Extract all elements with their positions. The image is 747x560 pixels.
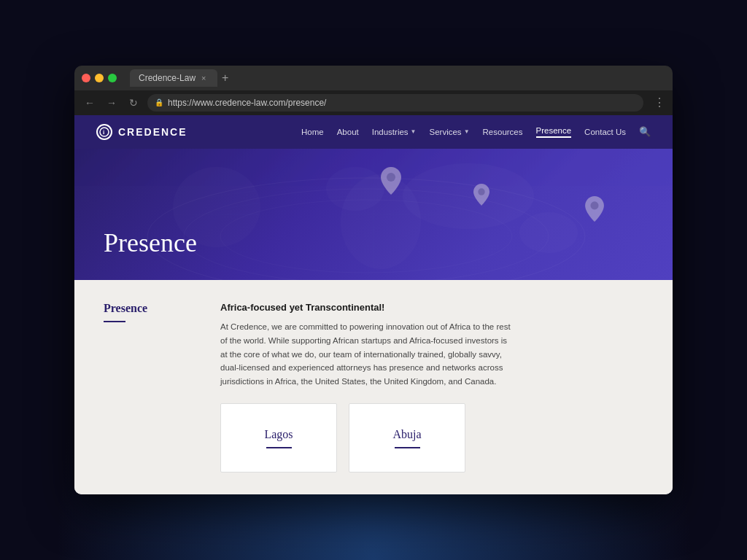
- nav-about[interactable]: About: [337, 128, 359, 136]
- map-pin-1: [381, 167, 401, 195]
- nav-links: Home About Industries ▼ Services ▼ Resou…: [301, 126, 651, 138]
- browser-window: Credence-Law × + ← → ↻ 🔒 https://www.cre…: [74, 66, 673, 495]
- search-icon[interactable]: 🔍: [639, 126, 651, 137]
- services-dropdown-arrow: ▼: [464, 128, 470, 135]
- svg-text:i: i: [103, 129, 106, 136]
- world-map-overlay: [74, 149, 673, 280]
- content-section: Presence Africa-focused yet Transcontine…: [74, 280, 673, 495]
- nav-resources[interactable]: Resources: [483, 128, 523, 136]
- office-card-abuja[interactable]: Abuja: [349, 403, 465, 472]
- minimize-traffic-light[interactable]: [95, 74, 104, 82]
- url-text: https://www.credence-law.com/presence/: [168, 98, 326, 108]
- tab-bar: Credence-Law × +: [130, 69, 665, 87]
- map-pin-3: [585, 196, 604, 222]
- refresh-button[interactable]: ↻: [125, 95, 142, 111]
- nav-home[interactable]: Home: [301, 128, 324, 136]
- url-bar[interactable]: 🔒 https://www.credence-law.com/presence/: [147, 94, 643, 112]
- svg-point-4: [403, 163, 534, 229]
- svg-point-12: [478, 188, 484, 195]
- tab-title: Credence-Law: [139, 73, 196, 83]
- nav-services[interactable]: Services ▼: [430, 128, 470, 136]
- office-abuja-underline: [395, 447, 420, 448]
- active-tab[interactable]: Credence-Law ×: [130, 69, 217, 87]
- section-title-underline: [104, 321, 125, 322]
- content-right: Africa-focused yet Transcontinental! At …: [220, 302, 643, 473]
- map-pin-2: [473, 184, 489, 206]
- industries-dropdown-arrow: ▼: [411, 128, 417, 135]
- browser-menu-button[interactable]: ⋮: [654, 96, 665, 109]
- forward-button[interactable]: →: [104, 95, 120, 111]
- maximize-traffic-light[interactable]: [108, 74, 117, 82]
- office-card-lagos[interactable]: Lagos: [220, 403, 337, 472]
- title-bar: Credence-Law × +: [74, 66, 673, 90]
- office-abuja-name: Abuja: [392, 428, 421, 441]
- close-traffic-light[interactable]: [82, 74, 90, 82]
- section-label: Presence: [104, 302, 191, 315]
- svg-point-6: [519, 212, 578, 253]
- nav-presence[interactable]: Presence: [536, 126, 572, 138]
- office-lagos-underline: [266, 447, 292, 448]
- hero-section: Presence: [74, 149, 673, 280]
- site-content: i CREDENCE Home About Industries ▼ Servi…: [74, 115, 673, 495]
- logo-icon: i: [96, 124, 112, 140]
- site-nav: i CREDENCE Home About Industries ▼ Servi…: [74, 115, 673, 149]
- svg-point-13: [590, 201, 598, 209]
- svg-point-11: [387, 173, 395, 182]
- tab-close-btn[interactable]: ×: [201, 74, 206, 82]
- hero-title: Presence: [104, 228, 197, 258]
- new-tab-btn[interactable]: +: [222, 71, 228, 85]
- logo-text: CREDENCE: [118, 126, 187, 138]
- content-subtitle: Africa-focused yet Transcontinental!: [220, 302, 643, 313]
- site-logo[interactable]: i CREDENCE: [96, 124, 187, 140]
- content-left: Presence: [104, 302, 191, 473]
- nav-industries[interactable]: Industries ▼: [372, 128, 417, 136]
- office-cards: Lagos Abuja: [220, 403, 643, 472]
- nav-contact[interactable]: Contact Us: [584, 128, 626, 136]
- traffic-lights: [82, 74, 117, 82]
- lock-icon: 🔒: [155, 98, 163, 106]
- svg-point-3: [326, 167, 384, 211]
- office-lagos-name: Lagos: [264, 428, 293, 441]
- back-button[interactable]: ←: [82, 95, 98, 111]
- content-body: At Credence, we are committed to powerin…: [220, 320, 512, 389]
- address-bar: ← → ↻ 🔒 https://www.credence-law.com/pre…: [74, 90, 673, 115]
